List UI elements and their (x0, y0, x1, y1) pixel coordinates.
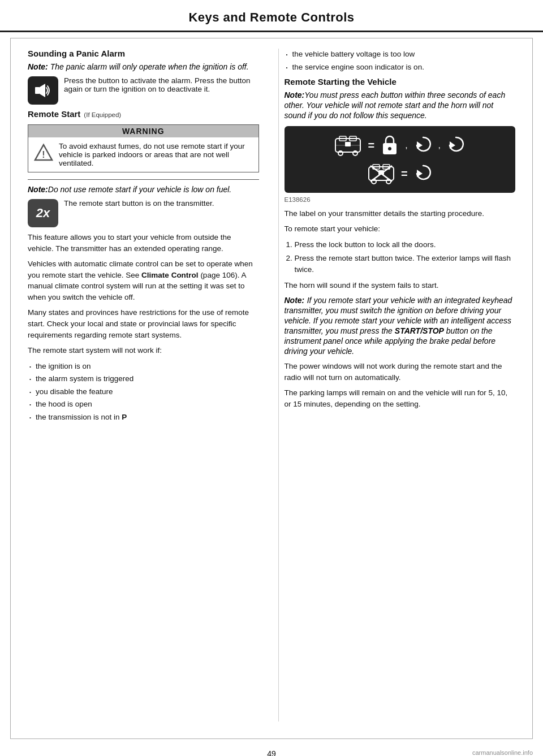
diagram-row1: = , , (333, 133, 467, 158)
list-item: you disable the feature (28, 386, 259, 398)
panic-alarm-row: Press the button to activate the alarm. … (28, 76, 259, 105)
diagram-caption: E138626 (285, 195, 516, 205)
svg-marker-23 (417, 170, 423, 177)
crossed-engine-icon (366, 161, 397, 186)
list-item: the service engine soon indicator is on. (285, 62, 516, 73)
note2-label: Note: (28, 185, 48, 194)
bullet-list-right: the vehicle battery voltage is too low t… (285, 49, 516, 72)
page-header: Keys and Remote Controls (0, 0, 543, 32)
warning-box: WARNING ! To avoid exhaust fumes, do not… (28, 124, 259, 172)
warning-body: ! To avoid exhaust fumes, do not use rem… (28, 137, 258, 172)
note3: Note:You must press each button within t… (285, 90, 516, 120)
note4: Note: If you remote start your vehicle w… (285, 295, 516, 356)
para6: The parking lamps will remain on and the… (285, 387, 516, 409)
remote-start-diagram: = , , (285, 126, 516, 193)
speaker-icon (33, 80, 53, 101)
para3: Many states and provinces have restricti… (28, 307, 259, 340)
remote-start-title-row: Remote Start (If Equipped) (28, 109, 259, 119)
note1: Note: The panic alarm will only operate … (28, 62, 259, 72)
page-number: 49 (0, 745, 543, 756)
comma2: , (438, 140, 441, 150)
section1-title: Sounding a Panic Alarm (28, 49, 259, 58)
page: Keys and Remote Controls Sounding a Pani… (0, 0, 543, 756)
divider1 (28, 179, 259, 180)
note4-bold: START/STOP (395, 326, 444, 335)
remote-start-icon1 (412, 133, 434, 158)
section2-equipped: (If Equipped) (84, 111, 121, 118)
list-item: the ignition is on (28, 361, 259, 372)
remote-icon-row: 2x The remote start button is on the tra… (28, 199, 259, 227)
page-title: Keys and Remote Controls (0, 10, 543, 25)
label-to-remote: To remote start your vehicle: (285, 223, 516, 235)
note3-text: You must press each button within three … (285, 90, 506, 120)
svg-marker-1 (40, 84, 45, 97)
diagram-row2: = (366, 161, 434, 186)
step2: Press the remote start button twice. The… (295, 253, 516, 275)
horn-note: The horn will sound if the system fails … (285, 280, 516, 291)
list-item: the transmission is not in P (28, 412, 259, 423)
svg-text:!: ! (42, 150, 45, 159)
col-right: the vehicle battery voltage is too low t… (278, 49, 516, 722)
para2: Vehicles with automatic climate control … (28, 258, 259, 303)
section2-title: Remote Start (28, 109, 80, 119)
svg-rect-0 (35, 87, 40, 94)
svg-point-12 (388, 147, 391, 150)
2x-label: 2x (36, 206, 50, 221)
list-item: the hood is open (28, 399, 259, 410)
para5: The power windows will not work during t… (285, 361, 516, 383)
lock-icon (379, 133, 400, 158)
para1: This feature allows you to start your ve… (28, 232, 259, 254)
list-item: the vehicle battery voltage is too low (285, 49, 516, 60)
warning-text: To avoid exhaust fumes, do not use remot… (59, 142, 253, 167)
watermark: carmanualsonline.info (472, 749, 533, 756)
label-transmitter: The label on your transmitter details th… (285, 208, 516, 219)
svg-marker-13 (417, 141, 423, 149)
speaker-icon-box (28, 76, 58, 105)
svg-marker-14 (450, 141, 455, 149)
svg-rect-9 (345, 142, 351, 146)
steps-list: Press the lock button to lock all the do… (295, 239, 516, 275)
note3-label: Note: (285, 90, 305, 100)
equals2: = (401, 167, 408, 180)
note2: Note:Do not use remote start if your veh… (28, 184, 259, 195)
note1-text: The panic alarm will only operate when t… (48, 62, 249, 71)
warning-triangle-icon: ! (34, 143, 53, 162)
col-left: Sounding a Panic Alarm Note: The panic a… (28, 49, 265, 722)
remote-start-icon2 (445, 133, 467, 158)
page-body: Sounding a Panic Alarm Note: The panic a… (10, 38, 533, 739)
engine-icon (333, 133, 363, 158)
step1: Press the lock button to lock all the do… (295, 239, 516, 250)
equals1: = (368, 139, 374, 152)
list-item: the alarm system is triggered (28, 373, 259, 385)
para2-bold: Climate Control (141, 271, 199, 279)
remote-start-icon3 (412, 161, 434, 186)
2x-icon-box: 2x (28, 199, 58, 227)
panic-alarm-text: Press the button to activate the alarm. … (64, 76, 259, 93)
warning-header: WARNING (28, 125, 258, 137)
note2-text: Do not use remote start if your vehicle … (48, 185, 231, 194)
para4: The remote start system will not work if… (28, 345, 259, 356)
section3-title: Remote Starting the Vehicle (285, 77, 516, 87)
note1-label: Note: (28, 62, 48, 71)
remote-icon-text: The remote start button is on the transm… (64, 199, 259, 208)
note4-label: Note: (285, 296, 305, 305)
comma1: , (405, 140, 407, 150)
bullet-list-left: the ignition is on the alarm system is t… (28, 361, 259, 423)
